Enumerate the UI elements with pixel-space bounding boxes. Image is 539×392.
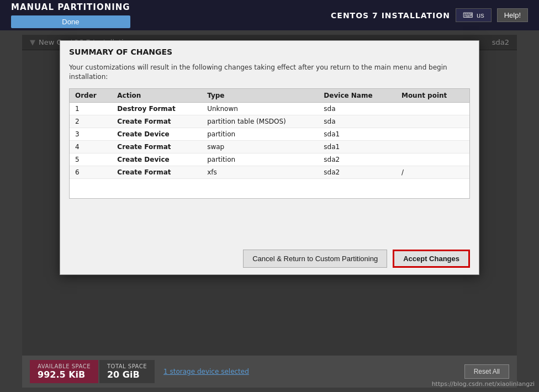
storage-device-link[interactable]: 1 storage device selected [163,368,249,375]
cell-device: sda2 [318,153,396,166]
keyboard-layout-label: us [477,11,484,19]
top-bar-left: MANUAL PARTITIONING Done [11,2,130,28]
table-row: 6 Create Format xfs sda2 / [70,166,469,178]
table-row: 1 Destroy Format Unknown sda [70,102,469,115]
cell-action: Destroy Format [112,102,202,115]
cell-mount: / [396,166,469,178]
cell-device: sda1 [318,128,396,140]
cell-order: 3 [70,128,112,140]
main-area: ▼ New CentOS 7 Installation sda2 SUMMARY… [22,35,517,388]
cell-order: 6 [70,166,112,178]
dialog-spacer [60,199,479,243]
cell-action: Create Format [112,140,202,153]
col-header-order: Order [70,89,112,103]
col-header-device-name: Device Name [318,89,396,103]
cell-type: xfs [202,166,318,178]
dialog-buttons: Cancel & Return to Custom Partitioning A… [60,243,479,274]
cell-action: Create Format [112,115,202,128]
cell-order: 2 [70,115,112,128]
keyboard-icon: ⌨ [463,11,473,19]
url-watermark: https://blog.csdn.net/xiaolinlangzi [432,380,535,388]
cell-action: Create Device [112,153,202,166]
top-bar: MANUAL PARTITIONING Done CENTOS 7 INSTAL… [0,0,539,30]
cell-order: 1 [70,102,112,115]
cell-type: partition [202,128,318,140]
dialog-description: Your customizations will result in the f… [60,61,479,88]
cell-device: sda1 [318,140,396,153]
cell-type: partition [202,153,318,166]
dialog-overlay: SUMMARY OF CHANGES Your customizations w… [22,35,517,388]
col-header-action: Action [112,89,202,103]
cell-type: swap [202,140,318,153]
available-space-box: AVAILABLE SPACE 992.5 KiB [30,360,98,383]
cell-mount [396,128,469,140]
help-button[interactable]: Help! [497,8,528,22]
cell-device: sda [318,115,396,128]
table-row: 3 Create Device partition sda1 [70,128,469,140]
dialog-title: SUMMARY OF CHANGES [60,41,479,61]
cell-order: 4 [70,140,112,153]
col-header-mount-point: Mount point [396,89,469,103]
cell-mount [396,140,469,153]
cell-mount [396,102,469,115]
cell-mount [396,153,469,166]
table-row: 2 Create Format partition table (MSDOS) … [70,115,469,128]
bottom-bar-left: AVAILABLE SPACE 992.5 KiB TOTAL SPACE 20… [30,360,249,383]
cell-type: partition table (MSDOS) [202,115,318,128]
table-row: 4 Create Format swap sda1 [70,140,469,153]
accept-changes-button[interactable]: Accept Changes [393,250,470,268]
total-space-label: TOTAL SPACE [107,363,147,369]
cell-device: sda [318,102,396,115]
summary-dialog: SUMMARY OF CHANGES Your customizations w… [60,40,479,275]
changes-table: Order Action Type Device Name Mount poin… [70,89,469,179]
cancel-button[interactable]: Cancel & Return to Custom Partitioning [243,250,387,268]
done-button[interactable]: Done [11,15,130,28]
top-bar-right: CENTOS 7 INSTALLATION ⌨ us Help! [331,8,528,22]
space-info: AVAILABLE SPACE 992.5 KiB TOTAL SPACE 20… [30,360,155,383]
reset-all-button[interactable]: Reset All [464,364,509,379]
changes-table-wrapper: Order Action Type Device Name Mount poin… [69,88,470,199]
total-space-value: 20 GiB [107,369,140,380]
available-space-value: 992.5 KiB [38,369,85,380]
cell-action: Create Format [112,166,202,178]
cell-mount [396,115,469,128]
keyboard-button[interactable]: ⌨ us [456,8,492,22]
table-row: 5 Create Device partition sda2 [70,153,469,166]
col-header-type: Type [202,89,318,103]
install-title: CENTOS 7 INSTALLATION [331,11,450,20]
app-title: MANUAL PARTITIONING [11,2,130,12]
cell-type: Unknown [202,102,318,115]
available-space-label: AVAILABLE SPACE [38,363,91,369]
total-space-box: TOTAL SPACE 20 GiB [99,360,155,383]
cell-order: 5 [70,153,112,166]
cell-device: sda2 [318,166,396,178]
cell-action: Create Device [112,128,202,140]
table-header-row: Order Action Type Device Name Mount poin… [70,89,469,103]
